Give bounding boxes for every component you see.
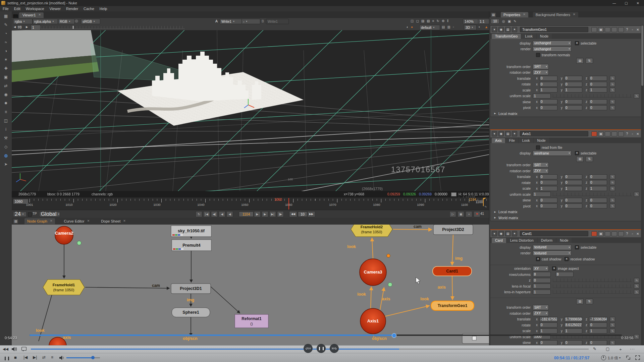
animation-curve-button[interactable]: ∿ [610, 203, 615, 208]
a-input-dropdown[interactable]: Write1▾ [220, 19, 243, 24]
redo-button[interactable] [611, 131, 617, 136]
value-field[interactable]: 1 [539, 186, 557, 191]
checker-button[interactable]: ▦ [598, 27, 604, 32]
node-framehold1[interactable]: FrameHold1 (frame 1050) [43, 280, 85, 295]
tab-node[interactable]: Node [556, 238, 572, 243]
toolbar-toolsets-icon[interactable]: ⚒ [2, 135, 10, 141]
tab-look[interactable]: Look [522, 34, 536, 39]
node-menu-icon[interactable]: ▤ [505, 27, 511, 32]
max-panels-field[interactable]: 10 [491, 19, 499, 24]
value-field[interactable]: 0 [539, 340, 557, 345]
gamma-dot-icon[interactable] [75, 19, 78, 23]
marquee-icon[interactable]: ▫ [453, 25, 454, 29]
render-dropdown[interactable]: unchanged▾ [533, 46, 572, 52]
menu-render[interactable]: Render [66, 7, 78, 11]
pip-icon[interactable] [626, 355, 631, 360]
value-field[interactable]: 1 [533, 284, 551, 289]
checkbox[interactable]: ✕ [552, 266, 556, 270]
checker-button[interactable]: ▦ [598, 231, 604, 236]
buffer-progress-fill[interactable] [31, 349, 399, 350]
checkbox[interactable]: ✕ [575, 41, 579, 45]
transform order-dropdown[interactable]: SRT▾ [533, 305, 549, 310]
node-card1[interactable]: Card1 [433, 266, 472, 276]
pin-panels-icon[interactable]: ◎ [502, 19, 505, 24]
node-graph-canvas[interactable]: Camera2 sky_fr1050.tif Premult4 FrameHol… [12, 225, 489, 345]
edit-icon[interactable]: ✎ [593, 347, 596, 351]
value-field[interactable]: 1 [589, 186, 607, 191]
value-field[interactable]: 0 [564, 203, 582, 208]
tab-look[interactable]: Look [519, 138, 533, 143]
rotation order-dropdown[interactable]: ZXY▾ [533, 311, 549, 316]
headlight-icon[interactable]: ◐ [407, 25, 409, 29]
ab-wipe-icon[interactable]: ◫ [411, 19, 414, 23]
fps-dropdown[interactable]: 24▾ [13, 212, 26, 217]
value-field[interactable]: 1 [539, 328, 557, 334]
toolbar-extra-icon[interactable]: ➤ [2, 162, 10, 167]
animation-curve-button[interactable]: ∿ [634, 278, 639, 283]
goto-start-button[interactable]: |◀ [203, 211, 210, 217]
redo-button[interactable] [611, 27, 617, 32]
toolbar-plugins-icon[interactable]: ◍ [2, 153, 10, 159]
display-channels-dropdown[interactable]: RGB▾ [58, 19, 75, 24]
lens-in haperture-slider[interactable] [553, 290, 632, 294]
tab-file[interactable]: File [506, 138, 518, 143]
value-field[interactable]: 0 [564, 105, 582, 110]
animation-curve-button[interactable]: ∿ [634, 94, 639, 99]
value-field[interactable]: 1 [589, 328, 607, 334]
node-reformat1[interactable]: Reformat1 () [235, 314, 268, 328]
value-field[interactable]: 0 [539, 198, 557, 203]
lock-range-icon[interactable]: ▪ [466, 211, 472, 217]
tab-dope-sheet[interactable]: Dope Sheet✕ [98, 218, 128, 224]
gain-next-icon[interactable]: ▶ [26, 25, 28, 28]
snap-menu-button[interactable]: ⇅ [586, 299, 593, 304]
transform order-dropdown[interactable]: SRT▾ [533, 162, 549, 168]
tab-deform[interactable]: Deform [538, 238, 556, 243]
animation-curve-button[interactable]: ∿ [634, 290, 639, 295]
value-field[interactable]: 5.79996586 [564, 317, 582, 322]
node-name-field[interactable]: Card1 [520, 231, 588, 236]
tab-viewer1[interactable]: Viewer1 ✕ [19, 12, 44, 18]
panel-menu-icon[interactable]: ▤ [13, 13, 18, 17]
animation-curve-button[interactable]: ∿ [610, 174, 615, 179]
playback-frame-field[interactable]: 1104 [239, 212, 254, 217]
pause-updates-icon[interactable]: ‖ [447, 19, 448, 23]
skip-forward-30-button[interactable]: 30↻ [330, 344, 339, 353]
buffer-progress-track[interactable] [399, 349, 589, 350]
value-field[interactable]: 0 [589, 76, 607, 81]
next-button[interactable]: ▶| [33, 355, 37, 360]
lens-in focal-slider[interactable] [553, 285, 632, 288]
step-back-10-button[interactable]: ◀◀ [289, 211, 297, 217]
dimension-extra-dropdown-icon[interactable]: ▾ [479, 26, 480, 28]
wipe-mode-dropdown[interactable]: -▾ [241, 19, 260, 24]
edit-panels-icon[interactable]: ✎ [514, 19, 516, 24]
value-field[interactable]: 0 [539, 180, 557, 185]
value-field[interactable]: 1 [564, 87, 582, 93]
curve-toggle-icon[interactable]: ∿ [484, 205, 487, 208]
tp-checkbox[interactable] [28, 213, 32, 217]
value-field[interactable]: 1 [589, 87, 607, 93]
toolbar-deep-icon[interactable]: ≡ [2, 109, 10, 115]
color-button[interactable] [591, 27, 597, 32]
toolbar-color-icon[interactable]: ◑ [2, 48, 10, 54]
node-menu-icon[interactable]: ▤ [505, 231, 511, 236]
center-node-icon[interactable]: ◉ [498, 231, 504, 236]
value-field[interactable]: 8 [555, 272, 574, 277]
tab-node[interactable]: Node [537, 34, 552, 39]
play-forward-button[interactable]: ▶ [262, 211, 268, 217]
node-premult4[interactable]: Premult4 [172, 240, 211, 251]
value-field[interactable]: 0 [589, 322, 607, 327]
section-expand-icon[interactable]: ► [494, 210, 496, 214]
close-icon[interactable]: ✕ [123, 219, 126, 223]
animation-curve-button[interactable]: ∿ [610, 76, 615, 81]
goto-end-button[interactable]: |▶ [277, 211, 284, 217]
value-field[interactable]: 0 [589, 340, 607, 345]
value-field[interactable]: 0 [589, 105, 607, 110]
step-fwd-10-button[interactable]: ▶▶ [307, 211, 315, 217]
tab-background-renders[interactable]: Background Renders✕ [533, 12, 578, 17]
float-button[interactable]: ▫ [630, 132, 635, 136]
prev-keyframe-button[interactable]: ◀| [211, 211, 218, 217]
node-sky-read[interactable]: sky_fr1050.tif [171, 226, 211, 237]
uniform scale-slider[interactable] [553, 193, 632, 196]
transform order-dropdown[interactable]: SRT▾ [533, 64, 549, 69]
checker-button[interactable]: ▦ [598, 131, 604, 136]
